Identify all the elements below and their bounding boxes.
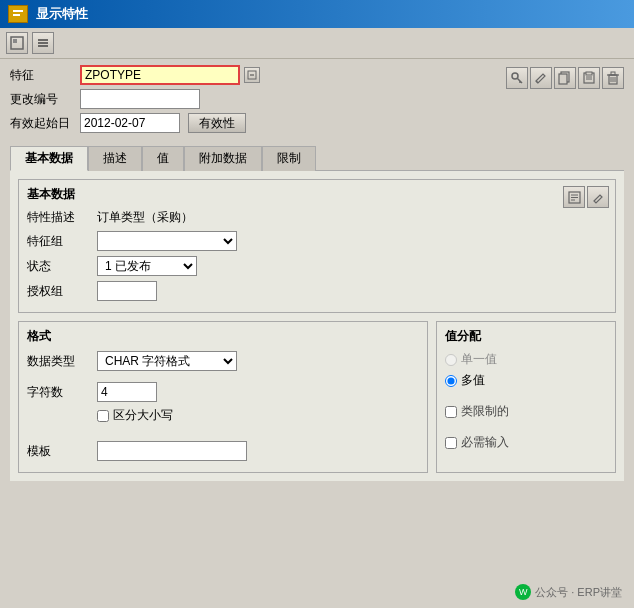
tab-restrict[interactable]: 限制 (262, 146, 316, 171)
svg-rect-1 (13, 10, 23, 12)
value-dist-title: 值分配 (445, 328, 607, 345)
case-sensitive-checkbox-area: 区分大小写 (97, 407, 173, 424)
char-btn[interactable] (244, 67, 260, 83)
case-sensitive-row: 区分大小写 (27, 407, 419, 430)
paste-icon-btn[interactable] (578, 67, 600, 89)
format-section: 格式 数据类型 CHAR 字符格式 字符数 (18, 321, 428, 473)
data-type-label: 数据类型 (27, 353, 97, 370)
char-row: 特征 (10, 65, 260, 85)
toolbar-btn-2[interactable] (32, 32, 54, 54)
char-group-label: 特征组 (27, 233, 97, 250)
char-count-row: 字符数 (27, 382, 419, 402)
header-fields: 特征 更改编号 有效起始日 (10, 65, 624, 137)
char-group-select[interactable] (97, 231, 237, 251)
svg-point-10 (512, 73, 518, 79)
required-label: 必需输入 (461, 434, 509, 451)
section-icon-1[interactable] (563, 186, 585, 208)
required-row: 必需输入 (445, 434, 607, 451)
format-title: 格式 (27, 328, 419, 345)
svg-rect-4 (13, 39, 17, 43)
char-group-row: 特征组 (27, 231, 607, 251)
multi-value-label: 多值 (461, 372, 485, 389)
svg-rect-22 (611, 72, 615, 75)
validity-button[interactable]: 有效性 (188, 113, 246, 133)
valid-from-row: 有效起始日 有效性 (10, 113, 260, 133)
value-dist-section: 值分配 单一值 多值 类限制的 (436, 321, 616, 473)
watermark-icon: W (515, 584, 531, 600)
data-type-row: 数据类型 CHAR 字符格式 (27, 351, 419, 371)
bottom-sections: 格式 数据类型 CHAR 字符格式 字符数 (18, 321, 616, 473)
case-sensitive-checkbox[interactable] (97, 410, 109, 422)
status-row: 状态 1 已发布 (27, 256, 607, 276)
title-bar: 显示特性 (0, 0, 634, 28)
char-label: 特征 (10, 67, 80, 84)
tab-content: 基本数据 (10, 170, 624, 481)
basic-data-title: 基本数据 (27, 186, 607, 203)
header-icon-buttons (506, 67, 624, 89)
tab-additional[interactable]: 附加数据 (184, 146, 262, 171)
pencil-icon-btn[interactable] (530, 67, 552, 89)
window-container: 显示特性 特征 (0, 0, 634, 608)
tabs-container: 基本数据 描述 值 附加数据 限制 基本数据 (10, 145, 624, 481)
key-icon-btn[interactable] (506, 67, 528, 89)
auth-group-row: 授权组 (27, 281, 607, 301)
single-value-radio[interactable] (445, 354, 457, 366)
auth-group-label: 授权组 (27, 283, 97, 300)
multi-value-radio[interactable] (445, 375, 457, 387)
valid-from-label: 有效起始日 (10, 115, 80, 132)
copy-icon-btn[interactable] (554, 67, 576, 89)
revision-row: 更改编号 (10, 89, 260, 109)
valid-from-input[interactable] (80, 113, 180, 133)
restricted-row: 类限制的 (445, 403, 607, 420)
char-desc-value: 订单类型（采购） (97, 209, 193, 226)
required-checkbox[interactable] (445, 437, 457, 449)
data-type-select[interactable]: CHAR 字符格式 (97, 351, 237, 371)
char-desc-row: 特性描述 订单类型（采购） (27, 209, 607, 226)
basic-data-section: 基本数据 (18, 179, 616, 313)
template-row: 模板 (27, 441, 419, 461)
tabs-header: 基本数据 描述 值 附加数据 限制 (10, 145, 624, 170)
case-sensitive-label: 区分大小写 (113, 407, 173, 424)
tab-values[interactable]: 值 (142, 146, 184, 171)
section-icon-2[interactable] (587, 186, 609, 208)
revision-input[interactable] (80, 89, 200, 109)
restricted-checkbox[interactable] (445, 406, 457, 418)
tab-desc[interactable]: 描述 (88, 146, 142, 171)
svg-line-13 (536, 81, 538, 83)
revision-label: 更改编号 (10, 91, 80, 108)
multi-value-row: 多值 (445, 372, 607, 389)
status-select[interactable]: 1 已发布 (97, 256, 197, 276)
single-value-row: 单一值 (445, 351, 607, 368)
char-input[interactable] (80, 65, 240, 85)
header-left: 特征 更改编号 有效起始日 (10, 65, 260, 137)
toolbar-btn-1[interactable] (6, 32, 28, 54)
template-label: 模板 (27, 443, 97, 460)
svg-rect-15 (559, 74, 567, 84)
watermark: W 公众号 · ERP讲堂 (515, 584, 622, 600)
title-icon (8, 5, 28, 23)
char-count-input[interactable] (97, 382, 157, 402)
single-value-label: 单一值 (461, 351, 497, 368)
main-content: 特征 更改编号 有效起始日 (0, 59, 634, 487)
window-title: 显示特性 (36, 5, 88, 23)
svg-rect-2 (13, 14, 20, 16)
char-desc-label: 特性描述 (27, 209, 97, 226)
watermark-text: 公众号 · ERP讲堂 (535, 585, 622, 600)
toolbar (0, 28, 634, 59)
auth-group-input[interactable] (97, 281, 157, 301)
char-count-label: 字符数 (27, 384, 97, 401)
restricted-label: 类限制的 (461, 403, 509, 420)
svg-rect-17 (586, 72, 592, 75)
status-label: 状态 (27, 258, 97, 275)
delete-icon-btn[interactable] (602, 67, 624, 89)
tab-basic[interactable]: 基本数据 (10, 146, 88, 171)
section-icons (563, 186, 609, 208)
template-input[interactable] (97, 441, 247, 461)
